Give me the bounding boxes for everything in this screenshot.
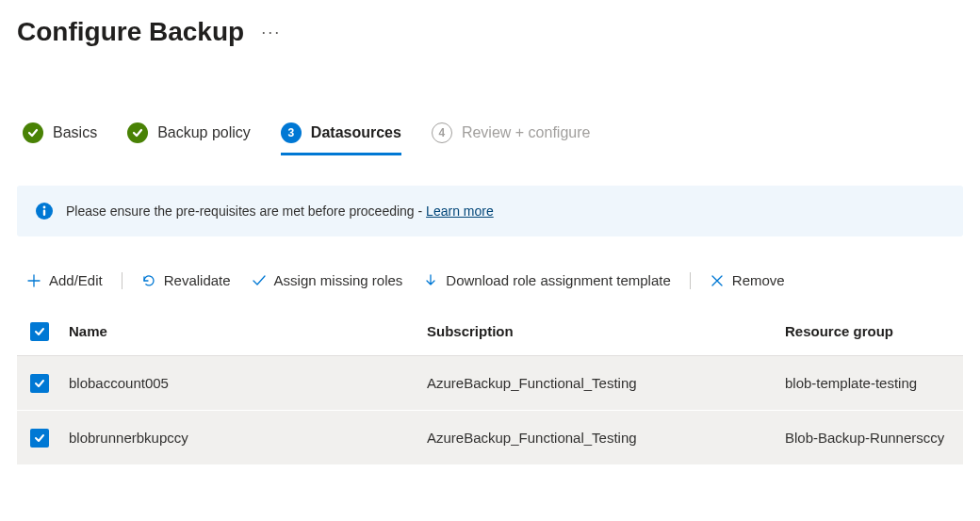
assign-missing-roles-button[interactable]: Assign missing roles [246, 269, 409, 292]
step-label: Review + configure [462, 124, 591, 141]
info-text: Please ensure the pre-requisites are met… [66, 204, 494, 219]
table-row[interactable]: blobrunnerbkupccy AzureBackup_Functional… [17, 411, 963, 465]
page-title: Configure Backup [17, 17, 244, 47]
datasources-table: Name Subscription Resource group blobacc… [17, 307, 963, 465]
toolbar: Add/Edit Revalidate Assign missing roles… [17, 236, 963, 307]
info-icon [36, 203, 53, 220]
row-checkbox[interactable] [30, 429, 49, 448]
step-label: Datasources [311, 124, 401, 141]
add-edit-button[interactable]: Add/Edit [21, 269, 108, 292]
refresh-icon [141, 273, 156, 288]
learn-more-link[interactable]: Learn more [426, 204, 494, 219]
info-message: Please ensure the pre-requisites are met… [66, 204, 426, 219]
column-resource-group[interactable]: Resource group [785, 314, 963, 349]
action-label: Revalidate [164, 272, 231, 288]
close-icon [710, 273, 725, 288]
table-header: Name Subscription Resource group [17, 307, 963, 356]
column-name[interactable]: Name [69, 314, 427, 349]
step-datasources[interactable]: 3 Datasources [281, 115, 401, 155]
svg-rect-2 [43, 210, 45, 217]
column-subscription[interactable]: Subscription [427, 314, 785, 349]
step-backup-policy[interactable]: Backup policy [127, 115, 251, 155]
info-banner: Please ensure the pre-requisites are met… [17, 186, 963, 236]
checkmark-icon [252, 273, 267, 288]
cell-name: blobrunnerbkupccy [69, 420, 427, 455]
wizard-steps: Basics Backup policy 3 Datasources 4 Rev… [17, 75, 963, 155]
table-row[interactable]: blobaccount005 AzureBackup_Functional_Te… [17, 356, 963, 411]
step-number-badge: 3 [281, 122, 302, 143]
cell-name: blobaccount005 [69, 366, 427, 400]
revalidate-button[interactable]: Revalidate [136, 269, 237, 292]
action-label: Remove [732, 272, 785, 288]
step-basics[interactable]: Basics [23, 115, 97, 155]
step-review-configure[interactable]: 4 Review + configure [432, 115, 591, 155]
step-label: Backup policy [157, 124, 251, 141]
plus-icon [26, 273, 41, 288]
step-number-badge: 4 [432, 122, 452, 143]
cell-resource-group: blob-template-testing [785, 366, 963, 400]
cell-subscription: AzureBackup_Functional_Testing [427, 366, 785, 400]
separator [690, 272, 691, 289]
download-template-button[interactable]: Download role assignment template [417, 269, 676, 292]
svg-point-1 [43, 206, 46, 209]
cell-subscription: AzureBackup_Functional_Testing [427, 420, 785, 455]
checkmark-icon [127, 122, 148, 143]
action-label: Download role assignment template [446, 272, 670, 288]
action-label: Add/Edit [49, 272, 103, 288]
overflow-menu-icon[interactable]: ··· [261, 23, 281, 42]
download-icon [423, 273, 438, 288]
action-label: Assign missing roles [274, 272, 403, 288]
cell-resource-group: Blob-Backup-Runnersccy [785, 420, 963, 455]
remove-button[interactable]: Remove [704, 269, 791, 292]
select-all-checkbox[interactable] [30, 322, 49, 341]
separator [122, 272, 122, 289]
row-checkbox[interactable] [30, 374, 49, 393]
checkmark-icon [23, 122, 43, 143]
step-label: Basics [53, 124, 97, 141]
